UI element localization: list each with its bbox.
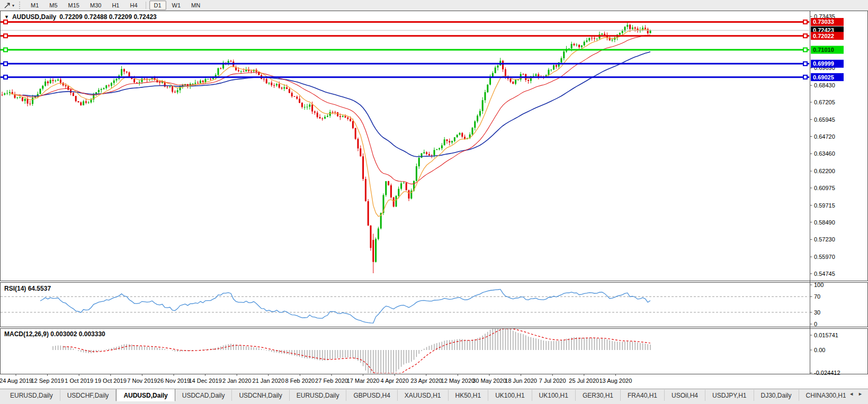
candle-body-up (103, 88, 105, 89)
candle-body-down (78, 101, 79, 102)
candle-body-down (296, 97, 298, 99)
candle-body-down (311, 104, 313, 111)
candle-body-up (563, 51, 565, 58)
candle-body-down (345, 116, 346, 118)
candle-body-up (218, 68, 219, 75)
candle-body-up (194, 83, 196, 84)
candle-body-up (418, 158, 420, 166)
candle-body-up (276, 84, 278, 86)
date-tick-label: 19 Oct 2019 (95, 378, 127, 384)
line-drag-handle[interactable] (4, 48, 7, 52)
candle-body-down (321, 119, 323, 119)
scroll-tabs-right-button[interactable]: ► (858, 391, 863, 397)
candle-body-up (177, 90, 178, 92)
candle-body-down (174, 92, 176, 92)
price-tick-label: 0.60975 (814, 185, 835, 191)
collapse-indicator-icon[interactable]: ▼ (4, 14, 9, 20)
chart-tab-usoil-h4[interactable]: USOil,H4 (665, 390, 705, 401)
candle-body-down (108, 85, 110, 86)
candle-body-down (314, 112, 316, 113)
date-tick-label: 18 Jun 2020 (505, 378, 537, 384)
candle-body-down (428, 154, 430, 155)
candle-body-up (396, 196, 397, 207)
candle-body-up (32, 98, 33, 104)
candle-body-up (548, 70, 550, 75)
candle-body-up (650, 30, 651, 33)
candle-body-up (612, 40, 613, 40)
candle-body-down (408, 190, 410, 199)
chart-tab-usdcnh-daily[interactable]: USDCNH,Daily (232, 390, 289, 401)
candle-body-up (42, 86, 43, 89)
line-drag-handle[interactable] (803, 75, 807, 79)
rsi-tick-label: 100 (814, 282, 824, 288)
chart-tab-eurusd-daily[interactable]: EURUSD,Daily (290, 390, 347, 401)
candle-body-up (586, 40, 588, 42)
candle-body-up (492, 73, 494, 76)
candle-body-up (423, 152, 425, 154)
chart-tab-audusd-daily[interactable]: AUDUSD,Daily (116, 389, 175, 401)
line-drag-handle[interactable] (803, 48, 807, 52)
chart-tab-usdjpy-h1[interactable]: USDJPY,H1 (705, 390, 754, 401)
candle-body-down (347, 118, 348, 119)
candle-body-down (281, 88, 283, 89)
candle-body-up (101, 89, 102, 90)
candle-body-down (461, 133, 463, 137)
chart-tab-uk100-h1[interactable]: UK100,H1 (532, 390, 576, 401)
chart-tab-hk50-h1[interactable]: HK50,H1 (449, 390, 489, 401)
line-drag-handle[interactable] (4, 62, 7, 66)
candle-body-down (230, 61, 232, 61)
chart-tab-usdchf-daily[interactable]: USDCHF,Daily (60, 390, 117, 401)
candle-body-down (27, 99, 29, 104)
price-tick-label: 0.54745 (814, 271, 835, 277)
line-drag-handle[interactable] (4, 20, 7, 24)
date-tick-label: 14 Dec 2019 (189, 378, 221, 384)
candle-body-up (200, 80, 201, 83)
candle-body-down (317, 113, 318, 117)
candle-body-down (339, 116, 341, 118)
chart-tab-usdcad-daily[interactable]: USDCAD,Daily (175, 390, 232, 401)
panel-frame (1, 329, 868, 374)
chart-canvas[interactable]: 0.734350.696900.684300.672050.659450.647… (0, 0, 868, 389)
candle-body-up (4, 93, 5, 95)
chart-tab-china300-h1[interactable]: CHINA300,H1 (799, 390, 846, 401)
macd-indicator-label: MACD(12,26,9) 0.003002 0.003330 (4, 330, 105, 338)
candle-body-down (355, 128, 356, 139)
line-drag-handle[interactable] (803, 62, 807, 66)
level-price-label: 0.73033 (813, 19, 834, 25)
candle-body-up (9, 92, 11, 93)
candle-body-down (2, 95, 3, 95)
chart-tab-fra40-h1[interactable]: FRA40,H1 (621, 390, 665, 401)
line-drag-handle[interactable] (803, 20, 807, 24)
level-price-label: 0.72022 (813, 33, 834, 39)
candle-body-down (464, 137, 466, 139)
chart-tab-ger30-h1[interactable]: GER30,H1 (576, 390, 621, 401)
date-tick-label: 25 Jul 2020 (569, 378, 599, 384)
line-drag-handle[interactable] (803, 34, 807, 38)
candle-body-down (289, 89, 290, 93)
chart-tab-dj30-daily[interactable]: DJ30,Daily (754, 390, 799, 401)
date-tick-label: 7 Jul 2020 (539, 378, 566, 384)
candle-body-up (436, 149, 437, 150)
candle-body-down (556, 65, 557, 67)
line-drag-handle[interactable] (4, 34, 7, 38)
candle-body-down (52, 80, 54, 81)
candle-body-down (393, 197, 395, 207)
macd-tick-label: -0.024412 (814, 370, 840, 376)
chart-tab-uk100-h1[interactable]: UK100,H1 (488, 390, 532, 401)
chart-tab-eurusd-daily[interactable]: EURUSD,Daily (3, 390, 60, 401)
candle-body-up (44, 82, 46, 86)
scroll-tabs-left-button[interactable]: ◄ (849, 391, 854, 397)
candle-body-up (116, 79, 118, 80)
candle-body-up (550, 69, 552, 70)
date-tick-label: 17 Mar 2020 (347, 378, 380, 384)
candle-body-up (192, 84, 194, 84)
candle-body-down (299, 98, 300, 103)
candle-body-up (584, 42, 585, 46)
candle-body-up (180, 86, 181, 90)
candle-body-down (406, 183, 407, 190)
candle-body-up (553, 65, 554, 69)
chart-tab-xauusd-h1[interactable]: XAUUSD,H1 (398, 390, 449, 401)
chart-tab-gbpusd-h4[interactable]: GBPUSD,H4 (346, 390, 397, 401)
line-drag-handle[interactable] (4, 75, 7, 79)
candle-body-down (202, 80, 204, 82)
